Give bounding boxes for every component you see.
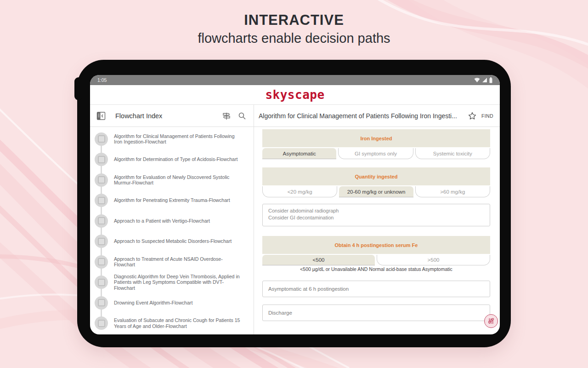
option-gi-symptoms-only[interactable]: GI symptoms only: [338, 148, 413, 159]
option-systemic-toxicity[interactable]: Systemic toxicity: [415, 148, 490, 159]
document-bullet-icon: [95, 132, 108, 146]
result-discharge: Discharge: [262, 305, 490, 321]
main-header: Algorithm for Clinical Management of Pat…: [254, 105, 500, 127]
option-lt20[interactable]: <20 mg/kg: [262, 186, 337, 197]
document-bullet-icon: [95, 276, 108, 289]
app-body: Flowchart Index Algorithm for Clinical M…: [90, 105, 500, 334]
list-item-chronic-cough[interactable]: Evaluation of Subacute and Chronic Cough…: [90, 313, 254, 334]
option-gt60[interactable]: >60 mg/kg: [415, 186, 490, 197]
tablet-camera-bump: [74, 77, 83, 100]
hero-title: INTERACTIVE: [0, 12, 588, 29]
status-time: 1:05: [97, 77, 107, 83]
list-item-dvt[interactable]: Diagnostic Algorithm for Deep Vein Throm…: [90, 272, 254, 293]
flowchart-canvas: Iron Ingested Asymptomatic GI symptoms o…: [254, 127, 500, 334]
skyscape-logo: skyscape: [265, 88, 324, 102]
note-line: Consider GI decontamination: [268, 214, 484, 221]
sidebar: Flowchart Index Algorithm for Clinical M…: [90, 105, 254, 334]
signpost-icon[interactable]: [221, 111, 232, 121]
quantity-options: <20 mg/kg 20-60 mg/kg or unknown >60 mg/…: [262, 186, 490, 197]
status-bar: 1:05: [90, 75, 500, 85]
flow-node-iron-ingested: Iron Ingested: [262, 129, 490, 147]
flow-node-serum-fe: Obtain 4 h postingestion serum Fe: [262, 236, 490, 254]
option-gt500[interactable]: >500: [377, 255, 490, 265]
favorite-star-icon[interactable]: [468, 111, 477, 121]
list-item-metabolic-disorders[interactable]: Approach to Suspected Metabolic Disorder…: [90, 231, 254, 252]
search-icon[interactable]: [238, 112, 246, 120]
list-item-iron-ingestion[interactable]: Algorithm for Clinical Management of Pat…: [90, 129, 254, 150]
note-line: Consider abdominal radiograph: [268, 207, 484, 214]
hero-caption: INTERACTIVE flowcharts enable decision p…: [0, 12, 588, 46]
list-item-extremity-trauma[interactable]: Algorithm for Penetrating Extremity Trau…: [90, 190, 254, 211]
app-header: skyscape: [90, 85, 500, 105]
document-title: Algorithm for Clinical Management of Pat…: [259, 112, 463, 120]
document-bullet-icon: [95, 153, 108, 166]
status-icons: [474, 77, 492, 83]
sliders-icon: [487, 317, 495, 325]
main-panel: Algorithm for Clinical Management of Pat…: [254, 105, 500, 334]
list-item-acidosis[interactable]: Algorithm for Determination of Type of A…: [90, 150, 254, 170]
option-asymptomatic[interactable]: Asymptomatic: [262, 148, 336, 159]
list-item-nsaid-overdose[interactable]: Approach to Treatment of Acute NSAID Ove…: [90, 252, 254, 272]
list-item-vertigo[interactable]: Approach to a Patient with Vertigo-Flowc…: [90, 211, 254, 231]
cellular-signal-icon: [482, 77, 487, 83]
consider-note-box: Consider abdominal radiograph Consider G…: [262, 204, 490, 226]
document-bullet-icon: [95, 316, 108, 330]
result-asymptomatic-6h: Asymptomatic at 6 h postingestion: [262, 281, 490, 297]
document-bullet-icon: [95, 296, 108, 310]
option-20-60-unknown[interactable]: 20-60 mg/kg or unknown: [339, 186, 413, 197]
option-lt500[interactable]: <500: [262, 255, 375, 265]
sliders-badge-button[interactable]: [484, 314, 498, 328]
flowchart-index-list: Algorithm for Clinical Management of Pat…: [90, 127, 254, 334]
battery-icon: [489, 77, 492, 83]
document-bullet-icon: [95, 214, 108, 228]
document-bullet-icon: [95, 255, 108, 269]
iron-ingested-options: Asymptomatic GI symptoms only Systemic t…: [262, 148, 490, 159]
list-item-drowning[interactable]: Drowning Event Algorithm-Flowchart: [90, 293, 254, 313]
flow-node-quantity-ingested: Quantity ingested: [262, 167, 490, 185]
tablet-device: 1:05 skyscape Flowchart Index: [77, 60, 511, 347]
list-item-systolic-murmur[interactable]: Algorithm for Evaluation of Newly Discov…: [90, 170, 254, 190]
sidebar-header: Flowchart Index: [90, 105, 254, 127]
serum-fe-options: <500 >500: [262, 255, 490, 265]
collapse-panel-icon[interactable]: [96, 111, 106, 121]
wifi-icon: [474, 77, 480, 83]
document-bullet-icon: [95, 173, 108, 187]
document-bullet-icon: [95, 194, 108, 207]
document-bullet-icon: [95, 235, 108, 248]
tablet-screen: 1:05 skyscape Flowchart Index: [90, 75, 500, 334]
serum-fe-caption: <500 µg/dL or Unavailable AND Normal aci…: [262, 266, 490, 272]
sidebar-title: Flowchart Index: [115, 112, 215, 120]
hero-subtitle: flowcharts enable decision paths: [0, 31, 588, 46]
find-button[interactable]: FIND: [481, 113, 493, 119]
